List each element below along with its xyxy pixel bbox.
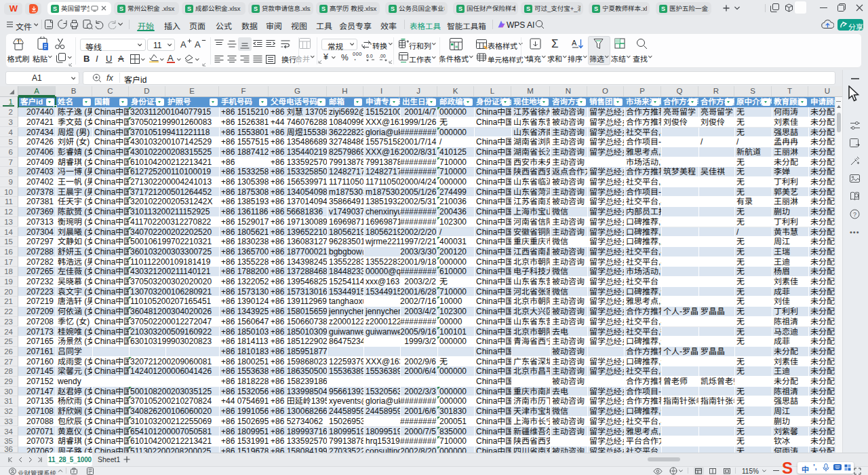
- svg-text:?: ?: [853, 211, 856, 218]
